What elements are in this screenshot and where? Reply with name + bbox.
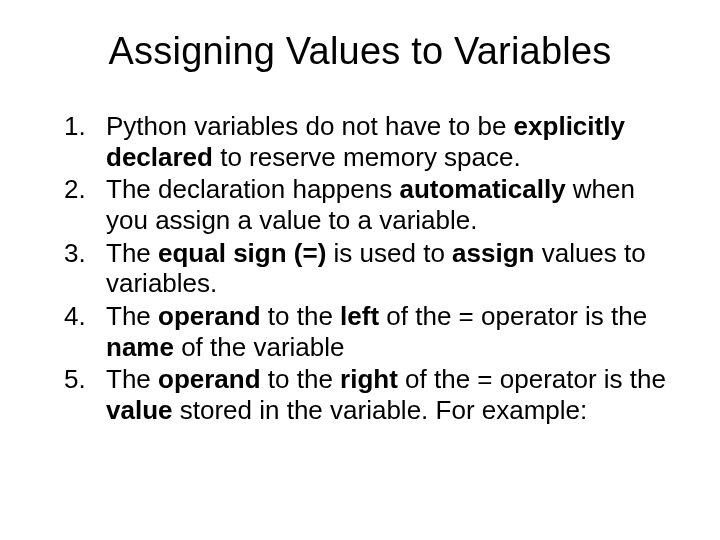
bold-text: operand [158,301,261,331]
text-segment: of the variable [174,332,345,362]
bold-text: assign [452,238,534,268]
list-item: The operand to the left of the = operato… [50,301,670,362]
list-item: The equal sign (=) is used to assign val… [50,238,670,299]
text-segment: to reserve memory space. [213,142,521,172]
bold-text: left [340,301,379,331]
text-segment: The [106,238,158,268]
list-item: Python variables do not have to be expli… [50,111,670,172]
bold-text: operand [158,364,261,394]
text-segment: The declaration happens [106,174,399,204]
text-segment: Python variables do not have to be [106,111,514,141]
text-segment: The [106,364,158,394]
text-segment: to the [261,301,341,331]
bold-text: equal sign (=) [158,238,326,268]
text-segment: to the [261,364,341,394]
text-segment: The [106,301,158,331]
bold-text: value [106,395,173,425]
numbered-list: Python variables do not have to be expli… [50,111,670,426]
bold-text: right [340,364,398,394]
text-segment: is used to [326,238,452,268]
slide-title: Assigning Values to Variables [50,30,670,73]
text-segment: stored in the variable. For example: [173,395,588,425]
bold-text: automatically [399,174,565,204]
text-segment: of the = operator is the [379,301,647,331]
list-item: The operand to the right of the = operat… [50,364,670,425]
text-segment: of the = operator is the [398,364,666,394]
list-item: The declaration happens automatically wh… [50,174,670,235]
bold-text: name [106,332,174,362]
